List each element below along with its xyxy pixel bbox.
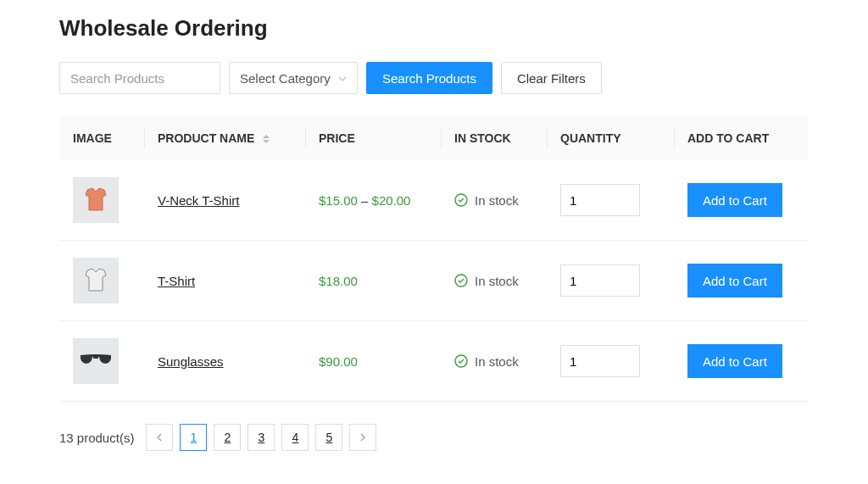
chevron-down-icon: [338, 71, 347, 86]
product-name-link[interactable]: V-Neck T-Shirt: [158, 193, 239, 208]
col-price: PRICE: [305, 116, 441, 160]
table-row: T-Shirt$18.00In stockAdd to Cart: [59, 241, 809, 321]
page-next[interactable]: [349, 424, 376, 451]
col-add-to-cart: ADD TO CART: [674, 116, 809, 160]
product-price: $18.00: [305, 241, 441, 321]
page-prev[interactable]: [146, 424, 173, 451]
check-circle-icon: [454, 193, 468, 207]
stock-status: In stock: [454, 274, 533, 288]
add-to-cart-button[interactable]: Add to Cart: [687, 344, 782, 378]
quantity-input[interactable]: [560, 264, 640, 297]
add-to-cart-button[interactable]: Add to Cart: [687, 264, 782, 298]
col-quantity: QUANTITY: [547, 116, 674, 160]
page-3[interactable]: 3: [248, 424, 275, 451]
product-image[interactable]: [73, 177, 119, 223]
search-input[interactable]: [59, 62, 220, 94]
quantity-input[interactable]: [560, 184, 640, 216]
svg-point-1: [455, 275, 467, 287]
col-image: IMAGE: [59, 116, 144, 160]
page-4[interactable]: 4: [281, 424, 309, 451]
search-button[interactable]: Search Products: [366, 62, 492, 94]
table-row: Sunglasses$90.00In stockAdd to Cart: [59, 321, 809, 402]
product-count: 13 product(s): [59, 431, 134, 445]
product-name-link[interactable]: T-Shirt: [158, 274, 195, 288]
page-title: Wholesale Ordering: [59, 15, 809, 42]
category-select[interactable]: Select Category: [229, 62, 358, 94]
chevron-left-icon: [156, 433, 163, 442]
product-image[interactable]: [73, 258, 119, 303]
col-stock: IN STOCK: [441, 116, 547, 160]
product-image[interactable]: [73, 338, 119, 384]
page-1[interactable]: 1: [180, 424, 207, 451]
product-name-link[interactable]: Sunglasses: [158, 354, 224, 369]
svg-point-3: [455, 355, 467, 367]
products-table: IMAGE PRODUCT NAME PRICE IN STOCK QUANTI…: [59, 116, 809, 402]
clear-filters-button[interactable]: Clear Filters: [501, 62, 602, 94]
quantity-input[interactable]: [560, 345, 640, 377]
chevron-right-icon: [359, 433, 366, 442]
svg-point-0: [455, 194, 467, 206]
pagination: 13 product(s) 12345: [59, 424, 809, 451]
check-circle-icon: [454, 274, 468, 287]
table-row: V-Neck T-Shirt$15.00 – $20.00In stockAdd…: [59, 160, 809, 241]
stock-status: In stock: [454, 354, 533, 369]
category-select-label: Select Category: [240, 71, 331, 86]
product-price: $15.00 – $20.00: [305, 160, 441, 241]
sort-icon: [263, 135, 270, 143]
page-5[interactable]: 5: [315, 424, 342, 451]
toolbar: Select Category Search Products Clear Fi…: [59, 62, 809, 94]
page-2[interactable]: 2: [214, 424, 241, 451]
col-product-name-label: PRODUCT NAME: [158, 131, 254, 145]
stock-status: In stock: [454, 193, 533, 208]
check-circle-icon: [454, 354, 468, 368]
product-price: $90.00: [305, 321, 441, 402]
col-product-name[interactable]: PRODUCT NAME: [144, 116, 305, 160]
add-to-cart-button[interactable]: Add to Cart: [687, 183, 782, 217]
